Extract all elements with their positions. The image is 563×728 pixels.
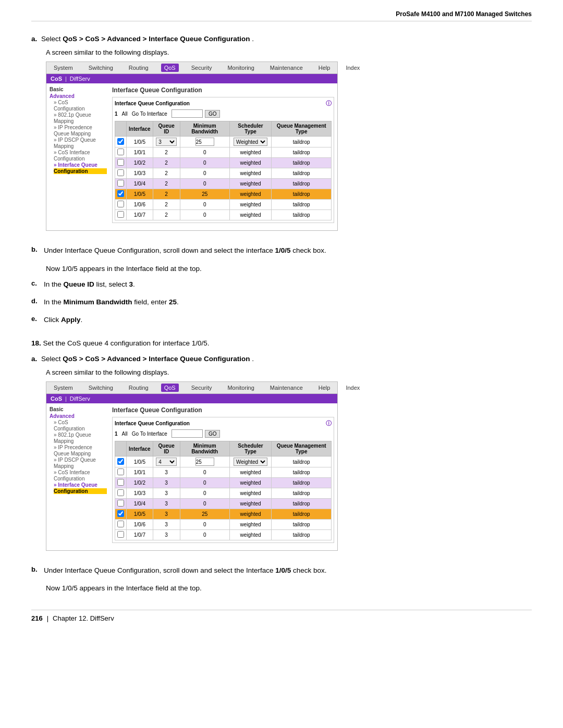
table-cell: 2 bbox=[153, 210, 180, 220]
nav2-help[interactable]: Help bbox=[315, 384, 334, 392]
goto-input-2[interactable] bbox=[172, 429, 203, 438]
sidebar-config3[interactable]: Configuration bbox=[54, 168, 107, 174]
row-checkbox[interactable] bbox=[117, 201, 124, 207]
nav-switching[interactable]: Switching bbox=[85, 64, 116, 72]
sidebar-mapping1[interactable]: Mapping bbox=[54, 118, 107, 124]
nav-system[interactable]: System bbox=[51, 64, 76, 72]
all-label-1: All bbox=[122, 111, 128, 117]
go-button-2[interactable]: GO bbox=[205, 430, 221, 438]
sidebar2-config3[interactable]: Configuration bbox=[54, 488, 107, 494]
sidebar2-cos-iface[interactable]: » CoS Interface bbox=[54, 470, 107, 475]
breadcrumb2-cos[interactable]: CoS bbox=[51, 396, 62, 402]
sidebar2-ip-dscp[interactable]: » IP DSCP Queue bbox=[54, 457, 107, 463]
nav2-qos[interactable]: QoS bbox=[161, 384, 179, 392]
sidebar-basic: Basic bbox=[50, 87, 107, 92]
sidebar-config2[interactable]: Configuration bbox=[54, 156, 107, 162]
row-checkbox[interactable] bbox=[117, 180, 124, 187]
sidebar-queue-mapping1[interactable]: Queue Mapping bbox=[54, 131, 107, 137]
table-cell: taildrop bbox=[272, 530, 332, 540]
sidebar-configuration[interactable]: Configuration bbox=[54, 106, 107, 112]
table-cell: 1/0/2 bbox=[127, 158, 153, 168]
nav-help[interactable]: Help bbox=[315, 64, 334, 72]
sidebar2-configuration[interactable]: Configuration bbox=[54, 426, 107, 431]
sidebar2-iface-queue[interactable]: » Interface Queue bbox=[54, 482, 107, 488]
go-button-1[interactable]: GO bbox=[205, 110, 221, 118]
table-cell: weighted bbox=[229, 179, 272, 189]
breadcrumb-cos[interactable]: CoS bbox=[51, 76, 62, 82]
nav2-switching[interactable]: Switching bbox=[85, 384, 116, 392]
scheduler-select-1[interactable]: Weighted bbox=[234, 138, 267, 146]
row-checkbox[interactable] bbox=[117, 211, 124, 218]
queue-id-select-1[interactable]: 3 bbox=[156, 138, 177, 146]
sidebar2-cos[interactable]: » CoS bbox=[54, 419, 107, 425]
nav-monitoring[interactable]: Monitoring bbox=[224, 64, 257, 72]
row-checkbox[interactable] bbox=[117, 510, 124, 517]
edit-cb-2[interactable] bbox=[117, 458, 124, 465]
sidebar-iface-queue[interactable]: » Interface Queue bbox=[54, 162, 107, 168]
table-cell: taildrop bbox=[272, 147, 332, 158]
content-area-2: Basic Advanced » CoS Configuration » 802… bbox=[46, 403, 337, 550]
nav2-monitoring[interactable]: Monitoring bbox=[224, 384, 257, 392]
row-checkbox[interactable] bbox=[117, 169, 124, 176]
sidebar-8021p[interactable]: » 802.1p Queue bbox=[54, 112, 107, 118]
sidebar-advanced: Advanced bbox=[50, 93, 107, 99]
scheduler-select-2[interactable]: Weighted bbox=[234, 458, 267, 466]
letter-a: a. bbox=[31, 35, 37, 43]
queue-id-select-2[interactable]: 4 bbox=[156, 458, 177, 466]
sidebar2-queue-mapping[interactable]: Queue Mapping bbox=[54, 451, 107, 456]
table-cell: taildrop bbox=[272, 488, 332, 499]
row-checkbox[interactable] bbox=[117, 521, 124, 527]
table-row: 1/0/430weightedtaildrop bbox=[115, 499, 332, 509]
footer-sep: | bbox=[47, 614, 48, 622]
table-cell: 1/0/6 bbox=[127, 520, 153, 530]
table-cell: 0 bbox=[180, 530, 229, 540]
nav-routing[interactable]: Routing bbox=[126, 64, 152, 72]
table-row: 1/0/120weightedtaildrop bbox=[115, 147, 332, 158]
goto-input-1[interactable] bbox=[172, 109, 203, 118]
main-heading-2: Interface Queue Configuration bbox=[112, 406, 334, 414]
nav2-security[interactable]: Security bbox=[188, 384, 215, 392]
row-checkbox[interactable] bbox=[117, 190, 124, 197]
edit-cb-1[interactable] bbox=[117, 138, 124, 145]
sidebar2-mapping1[interactable]: Mapping bbox=[54, 438, 107, 444]
min-bw-input-2[interactable] bbox=[195, 458, 214, 466]
sidebar2-8021p[interactable]: » 802.1p Queue bbox=[54, 432, 107, 438]
sidebar-cos-iface[interactable]: » CoS Interface bbox=[54, 150, 107, 155]
table-row: 1/0/320weightedtaildrop bbox=[115, 168, 332, 179]
config-box-2: Interface Queue Configuration ⓘ 1 All Go… bbox=[112, 417, 334, 543]
nav2-maintenance[interactable]: Maintenance bbox=[267, 384, 306, 392]
row-checkbox[interactable] bbox=[117, 159, 124, 166]
breadcrumb-diffserv[interactable]: DiffServ bbox=[70, 76, 90, 82]
sidebar2-mapping2[interactable]: Mapping bbox=[54, 463, 107, 469]
table-cell: weighted bbox=[229, 467, 272, 478]
nav-security[interactable]: Security bbox=[188, 64, 215, 72]
b1-bold: 1/0/5 bbox=[275, 246, 291, 254]
nav2-routing[interactable]: Routing bbox=[126, 384, 152, 392]
sidebar-cos[interactable]: » CoS bbox=[54, 100, 107, 105]
sidebar-ip-dscp[interactable]: » IP DSCP Queue bbox=[54, 137, 107, 143]
row-checkbox[interactable] bbox=[117, 468, 124, 475]
sidebar-ip-prec[interactable]: » IP Precedence bbox=[54, 125, 107, 130]
sidebar2-ip-prec[interactable]: » IP Precedence bbox=[54, 445, 107, 450]
row-checkbox[interactable] bbox=[117, 500, 124, 507]
b1-content: Under Interface Queue Configuration, scr… bbox=[44, 245, 532, 256]
go-row-1: 1 All Go To Interface GO bbox=[115, 109, 332, 118]
nav2-index[interactable]: Index bbox=[342, 384, 363, 392]
sidebar2-config2[interactable]: Configuration bbox=[54, 476, 107, 482]
row-checkbox[interactable] bbox=[117, 479, 124, 486]
select-text2: Select bbox=[41, 355, 63, 363]
row-checkbox[interactable] bbox=[117, 149, 124, 155]
table-cell: 3 bbox=[153, 520, 180, 530]
row-checkbox[interactable] bbox=[117, 489, 124, 496]
sidebar-mapping2[interactable]: Mapping bbox=[54, 143, 107, 149]
nav-qos[interactable]: QoS bbox=[161, 64, 179, 72]
row-checkbox[interactable] bbox=[117, 531, 124, 538]
breadcrumb2-diffserv[interactable]: DiffServ bbox=[70, 396, 90, 402]
nav-index[interactable]: Index bbox=[342, 64, 363, 72]
col2-scheduler: Scheduler Type bbox=[229, 441, 272, 456]
nav-maintenance[interactable]: Maintenance bbox=[267, 64, 306, 72]
min-bw-input-1[interactable] bbox=[195, 138, 214, 146]
table-cell: weighted bbox=[229, 200, 272, 210]
nav2-system[interactable]: System bbox=[51, 384, 76, 392]
col2-min-bw: Minimum Bandwidth bbox=[180, 441, 229, 456]
